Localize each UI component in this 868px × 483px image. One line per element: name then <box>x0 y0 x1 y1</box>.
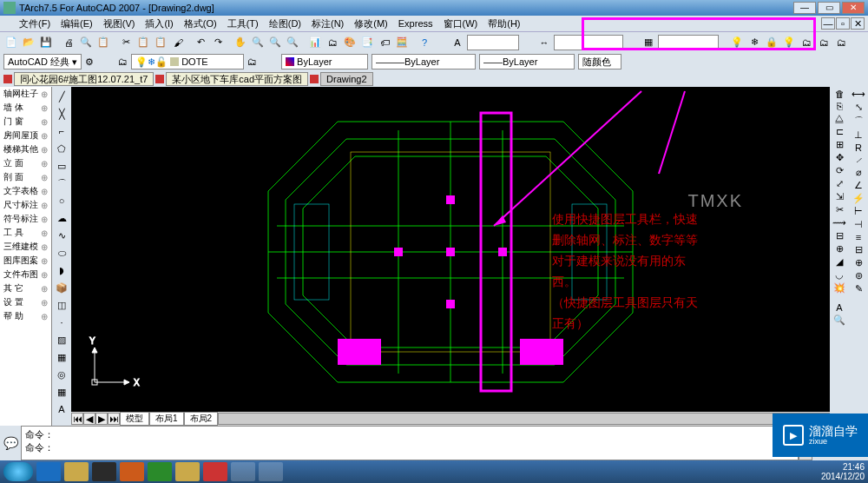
task-app1[interactable] <box>231 462 255 481</box>
offset-icon[interactable]: ⊏ <box>836 126 844 137</box>
dim-dia-icon[interactable]: ⌀ <box>856 167 862 178</box>
rect-icon[interactable]: ▭ <box>54 158 69 174</box>
xline-icon[interactable]: ╳ <box>54 106 69 122</box>
drawing-canvas[interactable]: X Y <box>71 87 830 412</box>
dim-linear-icon[interactable]: ⟷ <box>852 89 865 100</box>
cut-icon[interactable]: ✂ <box>118 35 134 50</box>
cmdline-icon[interactable]: 💬 <box>0 426 21 460</box>
minimize-button[interactable]: — <box>793 2 816 14</box>
sheet-model[interactable]: 模型 <box>120 412 149 426</box>
find-icon[interactable]: 🔍 <box>833 314 845 326</box>
side-section[interactable]: 剖 面⊕ <box>0 170 51 184</box>
zoom-window-icon[interactable]: 🔍 <box>267 35 283 50</box>
calc-icon[interactable]: 🧮 <box>394 35 410 50</box>
undo-icon[interactable]: ↶ <box>193 35 208 50</box>
block-icon[interactable]: ◫ <box>54 297 69 313</box>
tablestyle-icon[interactable]: ▦ <box>641 35 656 50</box>
side-text[interactable]: 文字表格⊕ <box>0 184 51 198</box>
arc-icon[interactable]: ⌒ <box>54 175 69 191</box>
dim-radius-icon[interactable]: R <box>855 142 862 153</box>
copy-icon[interactable]: 📋 <box>135 35 151 50</box>
layer-freeze-icon[interactable]: ❄ <box>746 35 762 50</box>
textstyle-icon[interactable]: A <box>450 35 465 50</box>
designcenter-icon[interactable]: 🗂 <box>325 35 340 50</box>
plotstyle-combo[interactable]: 随颜色 <box>578 54 621 69</box>
menu-file[interactable]: 文件(F) <box>14 17 56 30</box>
menu-insert[interactable]: 插入(I) <box>140 17 178 30</box>
doc-minimize[interactable]: — <box>821 17 835 30</box>
dimstyle-icon[interactable]: ↔ <box>536 35 552 50</box>
close-button[interactable]: ✕ <box>842 2 865 14</box>
trim-icon[interactable]: ✂ <box>836 204 844 215</box>
dim-ang-icon[interactable]: ∠ <box>854 180 863 191</box>
dim-quick-icon[interactable]: ⚡ <box>852 193 865 204</box>
side-axis[interactable]: 轴网柱子⊕ <box>0 87 51 101</box>
menu-tools[interactable]: 工具(T) <box>222 17 264 30</box>
tolerance-icon[interactable]: ⊕ <box>855 257 863 268</box>
menu-draw[interactable]: 绘图(D) <box>264 17 306 30</box>
doc-tab-0[interactable]: 同心花园6#施工图12.07.21_t7 <box>14 72 154 86</box>
mirror-icon[interactable]: ⧋ <box>835 113 844 124</box>
hscrollbar[interactable] <box>218 413 830 425</box>
menu-format[interactable]: 格式(O) <box>179 17 222 30</box>
layer-combo[interactable]: 💡❄🔓 DOTE <box>131 54 244 69</box>
match-icon[interactable]: 🖌 <box>170 35 186 50</box>
table-icon[interactable]: ▦ <box>54 384 69 400</box>
menu-help[interactable]: 帮助(H) <box>483 17 525 30</box>
layer-merge-icon[interactable]: 🗂 <box>816 35 832 50</box>
open-icon[interactable]: 📂 <box>21 35 36 50</box>
menu-window[interactable]: 窗口(W) <box>438 17 483 30</box>
menu-dimension[interactable]: 标注(N) <box>306 17 349 30</box>
layer-isolate-icon[interactable]: 🗂 <box>799 35 814 50</box>
zoom-prev-icon[interactable]: 🔍 <box>285 35 300 50</box>
sheet-next[interactable]: ▶ <box>95 413 108 425</box>
dimstyle-combo[interactable] <box>554 35 623 50</box>
side-file[interactable]: 文件布图⊕ <box>0 268 51 281</box>
task-browser[interactable] <box>148 462 172 481</box>
doc-tab-1[interactable]: 某小区地下车库cad平面方案图 <box>166 72 308 86</box>
stretch-icon[interactable]: ⇲ <box>836 191 844 202</box>
layer-delete-icon[interactable]: 🗂 <box>833 35 849 50</box>
workspace-combo[interactable]: AutoCAD 经典▾ <box>3 54 82 69</box>
menu-view[interactable]: 视图(V) <box>98 17 141 30</box>
dim-jog-icon[interactable]: ⟋ <box>854 155 864 165</box>
side-room[interactable]: 房间屋顶⊕ <box>0 129 51 142</box>
dim-aligned-icon[interactable]: ⤡ <box>855 102 863 113</box>
lineweight-combo[interactable]: —— ByLayer <box>479 54 575 69</box>
centermark-icon[interactable]: ⊚ <box>855 270 863 281</box>
side-dim[interactable]: 尺寸标注⊕ <box>0 198 51 212</box>
revcloud-icon[interactable]: ☁ <box>54 210 69 226</box>
side-symbol[interactable]: 符号标注⊕ <box>0 212 51 226</box>
task-acad[interactable] <box>203 462 227 481</box>
pline-icon[interactable]: ⌐ <box>54 123 69 139</box>
rotate-icon[interactable]: ⟳ <box>836 165 844 176</box>
dim-arc-icon[interactable]: ⌒ <box>854 115 864 128</box>
tablestyle-combo[interactable] <box>658 35 719 50</box>
side-wall[interactable]: 墙 体⊕ <box>0 101 51 115</box>
help-icon[interactable]: ? <box>417 35 432 50</box>
taskbar-clock[interactable]: 21:46 2014/12/20 <box>821 462 865 481</box>
side-door[interactable]: 门 窗⊕ <box>0 115 51 129</box>
dim-ord-icon[interactable]: ⊥ <box>854 129 863 141</box>
side-tools[interactable]: 工 具⊕ <box>0 226 51 240</box>
properties-icon[interactable]: 📊 <box>307 35 323 50</box>
side-3d[interactable]: 三维建模⊕ <box>0 240 51 254</box>
region-icon[interactable]: ◎ <box>54 367 69 382</box>
maximize-button[interactable]: ▭ <box>818 2 840 14</box>
workspace-settings-icon[interactable]: ⚙ <box>85 56 94 68</box>
color-combo[interactable]: ByLayer <box>281 54 368 69</box>
markup-icon[interactable]: 🏷 <box>377 35 392 50</box>
hatch-icon[interactable]: ▨ <box>54 332 69 347</box>
sheet-prev[interactable]: ◀ <box>83 413 95 425</box>
erase-icon[interactable]: 🗑 <box>835 89 845 99</box>
dimedit-icon[interactable]: ✎ <box>855 283 863 294</box>
explode-icon[interactable]: 💥 <box>833 282 845 294</box>
task-notes[interactable] <box>175 462 200 481</box>
doc-restore[interactable]: ▫ <box>836 17 850 30</box>
polygon-icon[interactable]: ⬠ <box>54 141 69 156</box>
side-elev[interactable]: 立 面⊕ <box>0 156 51 170</box>
task-app2[interactable] <box>259 462 283 481</box>
sheet-icon[interactable]: 📑 <box>359 35 375 50</box>
text2-icon[interactable]: A <box>836 302 842 313</box>
doc-close[interactable]: ✕ <box>851 17 865 30</box>
